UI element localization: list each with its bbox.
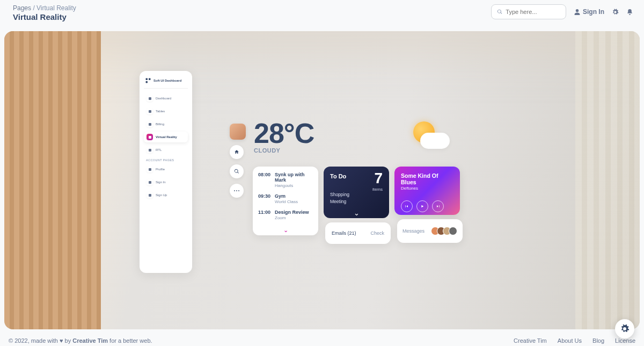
sidebar-item-tables[interactable]: Tables: [144, 106, 188, 117]
schedule-item[interactable]: 09:30 GymWorld Class: [258, 193, 313, 204]
todo-list-item: Shopping: [330, 191, 383, 198]
search-icon: [497, 9, 502, 15]
search-box[interactable]: [491, 4, 566, 19]
chevron-down-icon[interactable]: ⌄: [253, 227, 318, 234]
home-icon: [234, 149, 239, 155]
prev-button[interactable]: [401, 200, 413, 212]
weather-widget: 28°C CLOUDY: [254, 117, 314, 154]
sidebar-logo-icon: [145, 77, 151, 84]
todo-count-label: items: [372, 187, 383, 192]
emails-label: Emails (21): [332, 230, 356, 236]
sign-in-label: Sign In: [583, 8, 604, 16]
gear-icon[interactable]: [612, 9, 619, 16]
gear-icon: [620, 324, 630, 334]
schedule-item[interactable]: 11:00 Design ReviewZoom: [258, 210, 313, 220]
avatar[interactable]: [449, 227, 457, 235]
breadcrumb: Pages / Virtual Reality: [13, 4, 76, 12]
home-button[interactable]: [230, 145, 244, 159]
emails-action[interactable]: Check: [370, 230, 384, 236]
next-icon: [436, 204, 440, 208]
footer-author[interactable]: Creative Tim: [72, 337, 108, 344]
next-button[interactable]: [432, 200, 444, 212]
svg-rect-0: [146, 78, 148, 81]
sidebar-account-header: ACCOUNT PAGES: [146, 158, 188, 162]
prev-icon: [405, 204, 409, 208]
sidebar-item-sign-in[interactable]: Sign In: [144, 177, 188, 188]
breadcrumb-group: Pages / Virtual Reality Virtual Reality: [13, 4, 76, 21]
avatar-group: [431, 227, 457, 235]
schedule-item[interactable]: 08:00 Synk up with MarkHangouts: [258, 172, 313, 188]
breadcrumb-root[interactable]: Pages: [13, 4, 31, 12]
sidebar-item-billing[interactable]: Billing: [144, 119, 188, 129]
more-button[interactable]: [230, 184, 244, 198]
todo-list-item: Meeting: [330, 198, 383, 205]
chevron-down-icon[interactable]: ⌄: [324, 209, 389, 217]
svg-rect-2: [146, 81, 148, 83]
emails-card[interactable]: Emails (21) Check: [325, 222, 391, 244]
messages-card[interactable]: Messages: [397, 219, 463, 243]
breadcrumb-current: Virtual Reality: [36, 4, 76, 12]
search-button[interactable]: [230, 164, 244, 178]
sidebar-item-dashboard[interactable]: Dashboard: [144, 93, 188, 104]
footer-link[interactable]: Blog: [592, 337, 604, 344]
vr-canvas: Soft UI Dashboard Dashboard Tables Billi…: [4, 31, 640, 329]
todo-card[interactable]: To Do 7 items Shopping Meeting ⌄: [324, 167, 389, 218]
sidebar-header: Soft UI Dashboard: [144, 76, 188, 89]
play-button[interactable]: [416, 200, 428, 212]
music-controls: [401, 200, 453, 212]
sidebar-item-virtual-reality[interactable]: Virtual Reality: [144, 132, 188, 142]
footer: © 2022, made with ♥ by Creative Tim for …: [9, 337, 635, 344]
play-icon: [420, 204, 425, 208]
search-icon: [234, 169, 239, 174]
search-input[interactable]: [506, 9, 560, 15]
avatar[interactable]: [230, 124, 246, 140]
top-bar: Pages / Virtual Reality Virtual Reality …: [0, 0, 644, 26]
sidebar-brand: Soft UI Dashboard: [153, 79, 181, 82]
todo-count: 7: [374, 170, 383, 187]
music-artist: Deftones: [401, 186, 453, 191]
footer-left: © 2022, made with ♥ by Creative Tim for …: [9, 337, 152, 344]
footer-link[interactable]: Creative Tim: [514, 337, 547, 344]
settings-fab[interactable]: [615, 319, 634, 338]
cloud-icon: [420, 133, 450, 149]
sidebar-item-sign-up[interactable]: Sign Up: [144, 190, 188, 200]
mini-sidebar: Soft UI Dashboard Dashboard Tables Billi…: [140, 71, 192, 273]
user-icon: [574, 9, 581, 16]
sidebar-item-rtl[interactable]: RTL: [144, 145, 188, 155]
breadcrumb-sep: /: [33, 4, 34, 12]
svg-rect-1: [149, 78, 151, 81]
footer-links: Creative Tim About Us Blog License: [514, 337, 635, 344]
schedule-card: 08:00 Synk up with MarkHangouts 09:30 Gy…: [253, 167, 318, 235]
sidebar-item-profile[interactable]: Profile: [144, 164, 188, 175]
todo-list: Shopping Meeting: [330, 191, 383, 205]
footer-link[interactable]: About Us: [558, 337, 582, 344]
temperature: 28°C: [254, 117, 314, 149]
vertical-button-stack: [230, 124, 246, 198]
music-card: Some Kind Of Blues Deftones: [394, 167, 460, 215]
music-title: Some Kind Of Blues: [401, 172, 453, 185]
bell-icon[interactable]: [626, 9, 633, 16]
page-title: Virtual Reality: [13, 12, 76, 21]
sign-in-link[interactable]: Sign In: [574, 8, 604, 16]
top-right: Sign In: [491, 4, 633, 19]
weather-icon: [407, 121, 450, 151]
messages-label: Messages: [402, 228, 425, 234]
